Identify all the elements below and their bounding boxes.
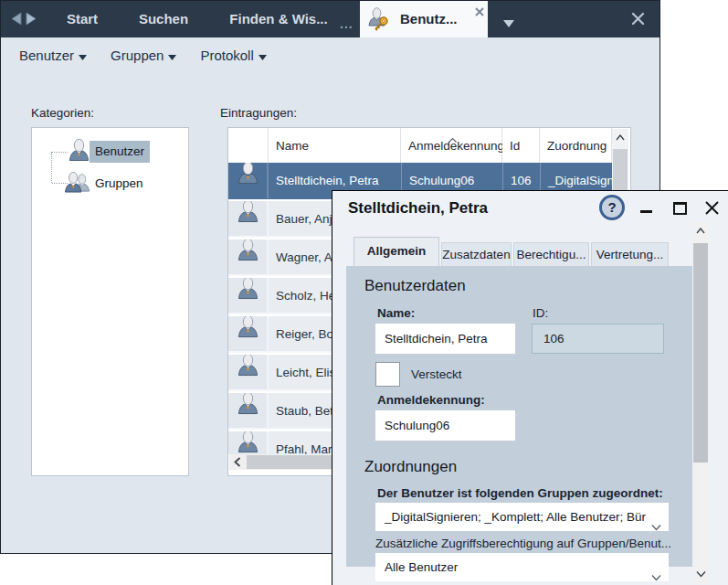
chevron-down-icon — [168, 48, 176, 63]
tab-start[interactable]: Start — [56, 1, 109, 37]
eintragungen-label: Eintragungen: — [220, 106, 297, 120]
benutzerdaten-heading: Benutzerdaten — [364, 277, 466, 295]
menu-benutzer[interactable]: Benutzer — [19, 48, 87, 63]
tab-suchen[interactable]: Suchen — [132, 1, 195, 37]
dialog-tab-vertretungen[interactable]: Vertretung... — [591, 242, 669, 266]
zugriffsberechtigung-select[interactable]: Alle Benutzer — [375, 553, 669, 581]
screen: Start Suchen Finden & Wis... ... Benutz.… — [0, 0, 728, 585]
anmeldekennung-label: Anmeldekennung: — [377, 393, 485, 407]
id-field: 106 — [532, 324, 664, 354]
chevron-down-icon — [258, 48, 267, 63]
user-properties-dialog: Stelltdichein, Petra ? Allgemein Zusatzd… — [332, 190, 728, 585]
tab-close-icon[interactable] — [475, 4, 484, 13]
kategorien-label: Kategorien: — [31, 106, 94, 120]
dialog-tab-zusatzdaten[interactable]: Zusatzdaten — [441, 242, 512, 266]
column-header-zuordnung[interactable]: Zuordnung — [540, 128, 612, 163]
zugriffsberechtigung-select-value: Alle Benutzer — [385, 560, 458, 574]
user-key-icon — [368, 7, 393, 35]
versteckt-label: Versteckt — [411, 367, 462, 381]
kategorien-tree: Benutzer Gruppen — [31, 127, 189, 476]
tree-item-gruppen[interactable]: Gruppen — [90, 173, 149, 195]
forward-icon[interactable] — [25, 11, 38, 30]
tree-connector — [51, 152, 52, 183]
name-label: Name: — [377, 306, 415, 320]
sort-asc-icon — [448, 131, 458, 147]
anmeldekennung-field[interactable] — [375, 410, 515, 441]
dialog-tab-berechtigungen[interactable]: Berechtigu... — [513, 242, 589, 266]
ribbon-tab-bar: Start Suchen Finden & Wis... ... Benutz.… — [1, 1, 659, 37]
menubar: Benutzer Gruppen Protokoll — [19, 41, 267, 69]
zugriffsberechtigung-label: Zusätzliche Zugriffsberechtigung auf Gru… — [375, 537, 671, 550]
tree-connector — [52, 152, 68, 153]
column-header-id[interactable]: Id — [502, 128, 540, 163]
scroll-up-icon[interactable] — [692, 222, 709, 239]
close-icon[interactable] — [704, 200, 720, 219]
column-header-icon[interactable] — [228, 128, 269, 163]
user-icon — [237, 201, 259, 238]
menu-gruppen[interactable]: Gruppen — [111, 48, 176, 63]
minimize-icon[interactable] — [640, 210, 652, 213]
scroll-up-icon[interactable] — [612, 129, 628, 145]
menu-protokoll-label: Protokoll — [200, 48, 253, 63]
column-header-name[interactable]: Name — [269, 128, 401, 163]
back-icon[interactable] — [9, 11, 23, 30]
user-icon — [237, 393, 259, 430]
tab-overflow-ellipsis[interactable]: ... — [340, 16, 353, 31]
scrollbar-thumb[interactable] — [693, 243, 708, 463]
tree-item-benutzer[interactable]: Benutzer — [90, 141, 150, 163]
help-icon[interactable]: ? — [599, 195, 625, 220]
menu-protokoll[interactable]: Protokoll — [200, 48, 266, 63]
scroll-left-icon[interactable] — [229, 454, 246, 470]
user-icon — [237, 278, 259, 314]
users-group-icon — [65, 169, 90, 197]
gruppen-zugeordnet-label: Der Benutzer ist folgenden Gruppen zugeo… — [377, 486, 663, 500]
gruppen-select-value: _DigitalSignieren; _Komplett; Alle Benut… — [385, 510, 646, 524]
user-icon — [237, 355, 259, 391]
menu-benutzer-label: Benutzer — [19, 48, 74, 63]
dropdown-caret-icon[interactable] — [502, 16, 515, 32]
dialog-title: Stelltdichein, Petra — [348, 199, 488, 218]
zuordnungen-heading: Zuordnungen — [364, 458, 457, 476]
user-icon — [237, 163, 259, 199]
chevron-down-icon — [651, 513, 661, 531]
user-icon — [237, 316, 259, 353]
chevron-down-icon — [79, 48, 87, 63]
maximize-icon[interactable] — [673, 202, 687, 215]
window-close-icon[interactable] — [631, 12, 645, 29]
tab-benutzer-active[interactable]: Benutz... — [360, 1, 488, 37]
chevron-down-icon — [651, 563, 661, 581]
tab-finden-wissen[interactable]: Finden & Wis... — [223, 1, 334, 37]
active-tab-label: Benutz... — [400, 1, 458, 37]
dialog-scrollbar[interactable] — [692, 222, 709, 584]
dialog-tab-allgemein[interactable]: Allgemein — [353, 237, 439, 266]
user-icon — [237, 431, 259, 454]
user-icon — [68, 137, 90, 166]
versteckt-checkbox[interactable] — [375, 362, 400, 387]
menu-gruppen-label: Gruppen — [111, 48, 164, 63]
name-field[interactable] — [375, 324, 515, 354]
gruppen-select[interactable]: _DigitalSignieren; _Komplett; Alle Benut… — [375, 503, 669, 531]
user-icon — [237, 239, 259, 276]
scroll-down-icon[interactable] — [692, 566, 709, 582]
id-label: ID: — [533, 306, 548, 320]
